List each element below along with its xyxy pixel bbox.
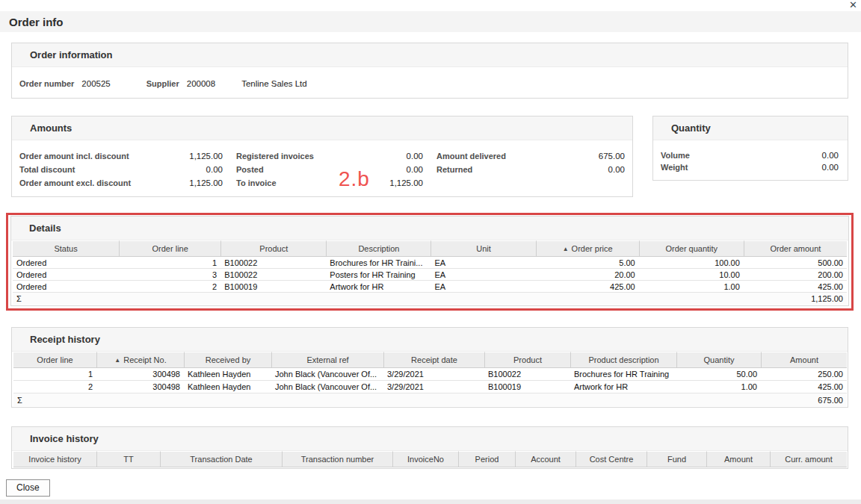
weight-label: Weight: [661, 163, 688, 172]
registered-invoices-label: Registered invoices: [236, 152, 314, 161]
receipt-history-table-container: Order line▲Receipt No.Received byExterna…: [12, 351, 848, 407]
table-cell: 3/29/2021: [383, 368, 484, 381]
table-cell: 10.00: [639, 269, 744, 281]
column-header-curr-amount[interactable]: Curr. amount: [770, 451, 847, 467]
table-cell: 1.00: [639, 281, 744, 293]
column-header-product-description[interactable]: Product description: [570, 352, 676, 368]
column-header-order-quantity[interactable]: Order quantity: [639, 240, 744, 257]
returned-value: 0.00: [608, 165, 625, 174]
column-header-account[interactable]: Account: [515, 451, 575, 467]
total-discount-label: Total discount: [19, 165, 75, 174]
table-cell: Artwork for HR: [326, 281, 430, 293]
invoice-history-panel: Invoice history Invoice historyTTTransac…: [11, 426, 848, 469]
table-cell: 2: [13, 381, 96, 393]
amounts-panel: Amounts Order amount incl. discount1,125…: [11, 116, 633, 197]
table-cell: 425.00: [536, 281, 639, 293]
dialog-title: Order info: [0, 11, 861, 32]
quantity-panel: Quantity Volume0.00 Weight0.00: [652, 116, 848, 181]
amounts-title: Amounts: [12, 116, 632, 140]
table-cell: EA: [430, 281, 535, 293]
column-header-description[interactable]: Description: [326, 240, 430, 257]
amounts-column-3: Amount delivered675.00 Returned0.00: [436, 149, 625, 190]
table-cell: Brochures for HR Traini...: [326, 257, 430, 269]
dialog-footer: Close: [6, 479, 848, 497]
details-table: StatusOrder lineProductDescriptionUnit▲O…: [13, 240, 847, 305]
table-row[interactable]: 2300498Kathleen HaydenJohn Black (Vancou…: [13, 381, 847, 393]
table-cell: 200.00: [744, 269, 847, 281]
column-header-product[interactable]: Product: [484, 352, 570, 368]
bottom-strip: [0, 500, 861, 504]
supplier-id-value: 200008: [187, 79, 215, 88]
registered-invoices-value: 0.00: [407, 152, 423, 161]
table-cell: Kathleen Hayden: [184, 368, 271, 381]
amount-delivered-label: Amount delivered: [436, 152, 506, 161]
table-cell: 1.00: [676, 381, 761, 393]
column-header-status[interactable]: Status: [13, 240, 119, 257]
sort-ascending-icon: ▲: [114, 357, 120, 364]
table-row[interactable]: Ordered1B100022Brochures for HR Traini..…: [13, 257, 847, 269]
sum-symbol: Σ: [13, 393, 761, 406]
to-invoice-value: 1,125.00: [389, 178, 423, 187]
table-cell: B100019: [484, 381, 570, 393]
amounts-body: Order amount incl. discount1,125.00 Tota…: [12, 140, 632, 196]
column-header-invoiceno[interactable]: InvoiceNo: [392, 451, 458, 467]
dialog-close-icon[interactable]: ✕: [849, 0, 857, 10]
column-header-order-line[interactable]: Order line: [119, 240, 220, 257]
column-header-receipt-no[interactable]: ▲Receipt No.: [96, 352, 184, 368]
column-header-order-price[interactable]: ▲Order price: [536, 240, 639, 257]
sum-symbol: Σ: [13, 293, 744, 305]
order-information-panel: Order information Order number 200525 Su…: [11, 43, 848, 99]
amounts-column-1: Order amount incl. discount1,125.00 Tota…: [19, 149, 223, 190]
column-header-amount[interactable]: Amount: [706, 451, 770, 467]
quantity-body: Volume0.00 Weight0.00: [653, 140, 848, 180]
table-cell: 425.00: [761, 381, 847, 393]
column-header-received-by[interactable]: Received by: [184, 352, 271, 368]
table-row[interactable]: Ordered2B100019Artwork for HREA425.001.0…: [13, 281, 847, 293]
table-row[interactable]: Ordered3B100022Posters for HR TrainingEA…: [13, 269, 847, 281]
table-cell: 500.00: [744, 257, 847, 269]
posted-label: Posted: [236, 165, 264, 174]
quantity-title: Quantity: [653, 116, 848, 140]
table-cell: 5.00: [536, 257, 639, 269]
sum-value: 675.00: [761, 393, 847, 406]
column-header-period[interactable]: Period: [458, 451, 515, 467]
table-cell: Brochures for HR Training: [570, 368, 676, 381]
sort-ascending-icon: ▲: [563, 246, 569, 252]
order-information-title: Order information: [12, 43, 848, 66]
column-header-cost-centre[interactable]: Cost Centre: [575, 451, 646, 467]
column-header-order-line[interactable]: Order line: [13, 352, 96, 368]
column-header-fund[interactable]: Fund: [646, 451, 706, 467]
dialog-content: Order information Order number 200525 Su…: [0, 43, 861, 497]
close-button[interactable]: Close: [6, 479, 50, 497]
posted-value: 0.00: [407, 165, 423, 174]
order-number-label: Order number: [19, 79, 74, 88]
column-header-transaction-date[interactable]: Transaction Date: [160, 451, 282, 467]
column-header-invoice-history[interactable]: Invoice history: [13, 451, 96, 467]
table-cell: Posters for HR Training: [326, 269, 430, 281]
amounts-quantity-row: Amounts Order amount incl. discount1,125…: [11, 116, 848, 197]
table-row[interactable]: 1300498Kathleen HaydenJohn Black (Vancou…: [13, 368, 847, 381]
sum-row: Σ675.00: [13, 393, 847, 406]
column-header-order-amount[interactable]: Order amount: [744, 240, 847, 257]
column-header-tt[interactable]: TT: [96, 451, 160, 467]
supplier-name-value: Tenline Sales Ltd: [241, 79, 307, 88]
total-discount-value: 0.00: [206, 165, 223, 174]
table-cell: Kathleen Hayden: [184, 381, 271, 393]
amounts-column-2: Registered invoices0.00 Posted0.00 To in…: [236, 149, 423, 190]
order-amount-excl-discount-label: Order amount excl. discount: [19, 178, 131, 187]
column-header-product[interactable]: Product: [220, 240, 326, 257]
sum-value: 1,125.00: [744, 293, 847, 305]
receipt-history-title: Receipt history: [12, 328, 848, 351]
column-header-unit[interactable]: Unit: [430, 240, 535, 257]
column-header-external-ref[interactable]: External ref: [271, 352, 383, 368]
column-header-transaction-number[interactable]: Transaction number: [282, 451, 392, 467]
supplier-label: Supplier: [146, 79, 179, 88]
table-cell: 100.00: [639, 257, 744, 269]
order-number-value: 200525: [81, 79, 110, 88]
table-cell: 250.00: [761, 368, 847, 381]
column-header-quantity[interactable]: Quantity: [676, 352, 761, 368]
sum-row: Σ1,125.00: [13, 293, 847, 305]
table-cell: EA: [430, 257, 535, 269]
column-header-amount[interactable]: Amount: [761, 352, 847, 368]
column-header-receipt-date[interactable]: Receipt date: [383, 352, 484, 368]
